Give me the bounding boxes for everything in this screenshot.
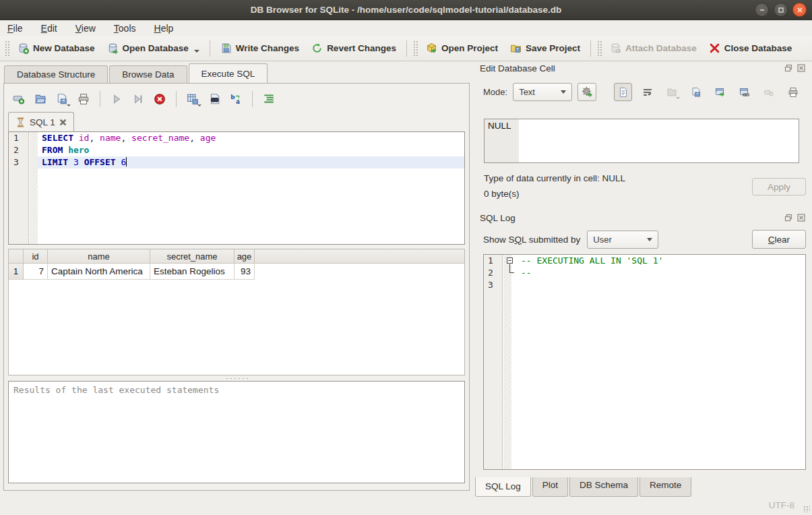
save-project-label: Save Project xyxy=(526,43,580,53)
grid-corner-header[interactable] xyxy=(9,249,24,264)
clear-log-button[interactable]: Clear xyxy=(752,230,806,249)
find-button[interactable] xyxy=(205,90,224,109)
revert-changes-button[interactable]: Revert Changes xyxy=(305,39,402,57)
save-sql-file-button[interactable] xyxy=(53,90,71,109)
tab-database-structure[interactable]: Database Structure xyxy=(4,65,108,83)
apply-button[interactable]: Apply xyxy=(752,178,806,195)
toolbar-drag-handle[interactable] xyxy=(413,40,418,57)
table-cell[interactable]: Esteban Rogelios xyxy=(150,264,235,280)
close-database-button[interactable]: Close Database xyxy=(703,39,799,57)
sql-editor-line[interactable]: 3LIMIT 3 OFFSET 6 xyxy=(9,156,464,169)
tab-plot[interactable]: Plot xyxy=(532,477,568,497)
tab-execute-sql[interactable]: Execute SQL xyxy=(189,63,268,83)
new-sql-tab-button[interactable] xyxy=(9,90,28,109)
chevron-down-icon xyxy=(561,90,566,94)
open-project-button[interactable]: Open Project xyxy=(420,39,504,57)
toolbar-drag-handle[interactable] xyxy=(597,40,602,57)
new-database-button[interactable]: New Database xyxy=(11,39,101,57)
save-results-button[interactable] xyxy=(183,90,202,109)
open-database-button[interactable]: Open Database xyxy=(101,39,206,57)
open-external-icon xyxy=(715,87,726,98)
grid-header-filler xyxy=(255,249,464,264)
import-cell-data-button[interactable] xyxy=(662,83,681,101)
write-changes-icon xyxy=(220,42,232,54)
close-button[interactable] xyxy=(792,3,807,17)
close-dock-button[interactable] xyxy=(796,213,806,223)
toolbar-drag-handle[interactable] xyxy=(5,40,9,57)
attach-database-icon xyxy=(610,42,621,54)
row-header[interactable]: 1 xyxy=(9,264,24,280)
export-cell-data-button[interactable] xyxy=(687,83,705,101)
log-filter-dropdown[interactable]: User xyxy=(587,231,658,249)
float-dock-button[interactable] xyxy=(783,213,793,223)
attach-database-button[interactable]: Attach Database xyxy=(604,39,703,57)
menu-bar: FileEditViewToolsHelp xyxy=(0,20,812,36)
results-grid[interactable]: idnamesecret_nameage 17Captain North Ame… xyxy=(8,249,465,375)
write-changes-button[interactable]: Write Changes xyxy=(214,39,305,57)
sql-log-controls: Show SQL submitted by User Clear xyxy=(483,229,806,249)
save-sql-file-icon xyxy=(56,93,68,105)
execute-all-button[interactable] xyxy=(107,90,126,109)
close-tab-icon[interactable] xyxy=(59,119,67,126)
sql-1-tab[interactable]: SQL 1 xyxy=(8,112,74,131)
main-area: Database Structure Browse Data Execute S… xyxy=(3,63,470,491)
open-sql-file-button[interactable] xyxy=(31,90,50,109)
new-sql-tab-icon xyxy=(13,93,25,105)
sql-code-editor[interactable]: 1SELECT id, name, secret_name, age2FROM … xyxy=(8,131,465,245)
resize-grip[interactable] xyxy=(803,506,810,512)
grid-column-header-id[interactable]: id xyxy=(24,249,48,264)
text-view-button[interactable] xyxy=(614,83,632,101)
menu-tools[interactable]: Tools xyxy=(114,23,136,34)
grid-column-header-age[interactable]: age xyxy=(235,249,255,264)
close-dock-button[interactable] xyxy=(796,63,806,73)
auto-switch-mode-button[interactable] xyxy=(577,83,596,101)
status-bar: UTF-8 xyxy=(0,495,812,515)
format-sql-button[interactable] xyxy=(259,90,278,109)
tab-remote[interactable]: Remote xyxy=(639,477,691,497)
cell-value-editor[interactable]: NULL xyxy=(484,119,799,163)
find-replace-button[interactable]: b a xyxy=(226,90,245,109)
save-sql-menu-caret xyxy=(67,104,71,107)
dock-tab-bar: SQL Log Plot DB Schema Remote xyxy=(475,477,693,497)
stop-button[interactable] xyxy=(150,90,169,109)
execute-line-button[interactable] xyxy=(129,90,148,109)
float-dock-button[interactable] xyxy=(783,63,793,73)
sql-tab-bar: SQL 1 xyxy=(8,112,465,131)
attach-database-label: Attach Database xyxy=(625,43,697,53)
mode-dropdown[interactable]: Text xyxy=(513,83,572,101)
table-cell[interactable]: 93 xyxy=(235,264,255,280)
copy-link-button[interactable] xyxy=(735,83,753,101)
table-cell[interactable]: Captain North America xyxy=(48,264,150,280)
menu-view[interactable]: View xyxy=(75,23,96,34)
open-in-external-app-button[interactable] xyxy=(711,83,729,101)
results-splitter[interactable] xyxy=(8,375,465,381)
menu-edit[interactable]: Edit xyxy=(41,23,57,34)
fold-collapse-icon[interactable] xyxy=(507,258,513,264)
tab-sql-log[interactable]: SQL Log xyxy=(475,477,531,497)
set-null-button[interactable] xyxy=(759,83,778,101)
log-filter-label: Show SQL submitted by xyxy=(483,235,580,245)
print-sql-button[interactable] xyxy=(74,90,93,109)
print-cell-button[interactable] xyxy=(784,83,802,101)
table-row[interactable]: 17Captain North AmericaEsteban Rogelios9… xyxy=(9,264,464,280)
tab-db-schema[interactable]: DB Schema xyxy=(569,477,638,497)
table-cell[interactable]: 7 xyxy=(24,264,48,280)
cell-value: NULL xyxy=(488,121,511,131)
save-project-button[interactable]: Save Project xyxy=(504,39,586,57)
grid-column-header-secret_name[interactable]: secret_name xyxy=(150,249,235,264)
sql-log-view[interactable]: 1-- EXECUTING ALL IN 'SQL 1'2--3 xyxy=(483,254,806,470)
maximize-button[interactable] xyxy=(774,3,788,17)
word-wrap-button[interactable] xyxy=(638,83,656,101)
grid-column-header-name[interactable]: name xyxy=(48,249,150,264)
menu-file[interactable]: File xyxy=(7,23,23,34)
set-null-icon xyxy=(763,87,774,98)
svg-text:b: b xyxy=(230,94,235,100)
tab-browse-data[interactable]: Browse Data xyxy=(109,65,187,83)
menu-help[interactable]: Help xyxy=(154,23,174,34)
minimize-button[interactable] xyxy=(755,3,769,17)
new-database-icon xyxy=(18,42,29,54)
results-message-box[interactable]: Results of the last executed statements xyxy=(8,381,465,483)
main-toolbar: New Database Open Database Write Changes xyxy=(0,36,812,61)
sql-editor-line[interactable]: 2FROM hero xyxy=(9,144,464,156)
sql-editor-line[interactable]: 1SELECT id, name, secret_name, age xyxy=(9,132,464,144)
